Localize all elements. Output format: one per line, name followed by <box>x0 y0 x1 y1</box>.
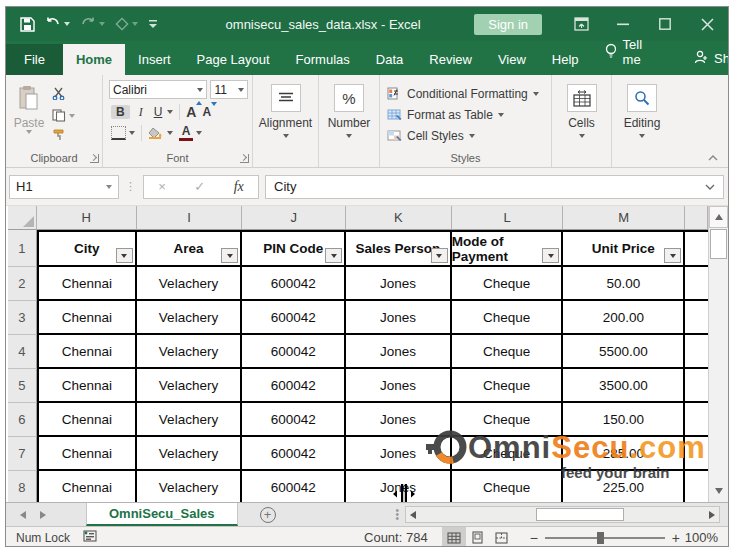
font-name-select[interactable]: Calibri <box>109 80 207 99</box>
cell[interactable]: Jones <box>346 369 452 403</box>
cell[interactable]: Jones <box>346 437 452 471</box>
column-header-L[interactable]: L <box>452 206 564 230</box>
underline-dropdown-icon[interactable] <box>167 110 173 114</box>
tab-data[interactable]: Data <box>363 44 416 75</box>
filter-dropdown-area[interactable] <box>221 248 238 263</box>
cell[interactable]: Jones <box>346 403 452 437</box>
clipboard-dialog-launcher-icon[interactable] <box>90 154 99 163</box>
cell[interactable]: Chennai <box>37 301 137 335</box>
vertical-scroll-thumb[interactable] <box>710 229 727 259</box>
cell[interactable]: Chennai <box>37 335 137 369</box>
cell[interactable]: 600042 <box>242 301 346 335</box>
formula-bar-divider[interactable]: ⋮ <box>125 180 137 193</box>
fill-color-dropdown-icon[interactable] <box>167 131 173 135</box>
undo-button[interactable] <box>45 17 70 31</box>
scroll-right-button[interactable] <box>705 507 719 522</box>
tell-me-box[interactable]: Tell me <box>592 29 656 75</box>
zoom-slider[interactable] <box>545 537 665 539</box>
page-break-view-button[interactable] <box>490 527 514 547</box>
copy-button[interactable] <box>52 109 75 122</box>
font-dialog-launcher-icon[interactable] <box>240 154 249 163</box>
zoom-out-button[interactable]: − <box>530 530 538 546</box>
cell-partial[interactable] <box>685 403 708 437</box>
sign-in-button[interactable]: Sign in <box>474 14 542 35</box>
tab-page-layout[interactable]: Page Layout <box>184 44 283 75</box>
header-cell-area[interactable]: Area <box>137 230 243 267</box>
column-header-H[interactable]: H <box>37 206 137 230</box>
row-header-7[interactable]: 7 <box>8 437 37 471</box>
cell[interactable]: Cheque <box>452 301 564 335</box>
cell[interactable]: 3500.00 <box>563 369 685 403</box>
italic-button[interactable]: I <box>136 105 146 120</box>
filter-dropdown-payment[interactable] <box>542 248 559 263</box>
header-cell-city[interactable]: City <box>37 230 137 267</box>
scroll-left-button[interactable] <box>406 507 420 522</box>
row-header-8[interactable]: 8 <box>8 471 37 502</box>
cell-partial[interactable] <box>685 335 708 369</box>
row-header-6[interactable]: 6 <box>8 403 37 437</box>
row-header-1[interactable]: 1 <box>8 230 37 267</box>
tab-help[interactable]: Help <box>539 44 592 75</box>
tab-review[interactable]: Review <box>416 44 485 75</box>
cell[interactable]: Chennai <box>37 369 137 403</box>
select-all-button[interactable] <box>8 206 37 230</box>
prev-sheet-icon[interactable] <box>20 511 26 519</box>
cell[interactable]: 600042 <box>242 369 346 403</box>
undo-dropdown-icon[interactable] <box>64 22 70 26</box>
count-indicator[interactable]: Count: 784 <box>364 530 428 545</box>
fill-color-button[interactable] <box>148 127 173 139</box>
cell[interactable]: Chennai <box>37 437 137 471</box>
cell[interactable]: 5500.00 <box>563 335 685 369</box>
cell[interactable]: 600042 <box>242 267 346 301</box>
font-color-button[interactable]: A <box>179 126 202 141</box>
customize-qat-icon[interactable] <box>148 20 158 29</box>
formula-input[interactable]: City <box>265 175 724 199</box>
tab-home[interactable]: Home <box>63 44 125 75</box>
format-as-table-button[interactable]: Format as Table <box>387 104 551 125</box>
cell[interactable]: Velachery <box>137 437 243 471</box>
new-sheet-button[interactable]: + <box>260 507 276 523</box>
cell[interactable]: Cheque <box>452 471 564 502</box>
header-cell-salesperson[interactable]: Sales Person <box>346 230 452 267</box>
header-cell-unitprice[interactable]: Unit Price <box>563 230 685 267</box>
underline-button[interactable]: U <box>152 105 165 119</box>
cancel-icon[interactable]: × <box>158 179 166 194</box>
increase-font-button[interactable]: A <box>186 104 196 120</box>
scroll-down-button[interactable] <box>709 480 728 502</box>
enter-icon[interactable]: ✓ <box>194 179 205 194</box>
column-header-I[interactable]: I <box>137 206 243 230</box>
tab-view[interactable]: View <box>485 44 539 75</box>
cell[interactable]: 50.00 <box>563 267 685 301</box>
decrease-font-button[interactable]: A <box>202 105 211 119</box>
cell-partial[interactable] <box>685 471 708 502</box>
number-group[interactable]: % Number <box>319 75 380 167</box>
cell[interactable]: Cheque <box>452 267 564 301</box>
cell[interactable]: Cheque <box>452 335 564 369</box>
cell[interactable]: 600042 <box>242 403 346 437</box>
normal-view-button[interactable] <box>442 527 466 547</box>
cell-styles-button[interactable]: Cell Styles <box>387 125 551 146</box>
alignment-group[interactable]: Alignment <box>253 75 319 167</box>
format-painter-button[interactable] <box>52 128 75 144</box>
bold-button[interactable]: B <box>111 105 130 119</box>
cell[interactable]: Jones <box>346 335 452 369</box>
borders-dropdown-icon[interactable] <box>129 131 135 135</box>
borders-button[interactable] <box>111 126 126 140</box>
cell[interactable]: Velachery <box>137 335 243 369</box>
cell[interactable]: 600042 <box>242 335 346 369</box>
horizontal-scroll-thumb[interactable] <box>536 508 624 521</box>
zoom-level[interactable]: 100% <box>680 530 718 545</box>
cell-partial[interactable] <box>685 267 708 301</box>
filter-dropdown-city[interactable] <box>116 248 133 263</box>
page-layout-view-button[interactable] <box>466 527 490 547</box>
row-header-5[interactable]: 5 <box>8 369 37 403</box>
cell[interactable]: 600042 <box>242 471 346 502</box>
conditional-formatting-button[interactable]: Conditional Formatting <box>387 83 551 104</box>
cell-partial[interactable] <box>685 369 708 403</box>
cell[interactable]: 200.00 <box>563 301 685 335</box>
sheet-tab-active[interactable]: OmniSecu_Sales <box>86 503 238 526</box>
macro-record-icon[interactable] <box>82 530 97 545</box>
cell[interactable]: Cheque <box>452 403 564 437</box>
cell[interactable]: Cheque <box>452 437 564 471</box>
paste-dropdown-icon[interactable] <box>26 130 32 134</box>
